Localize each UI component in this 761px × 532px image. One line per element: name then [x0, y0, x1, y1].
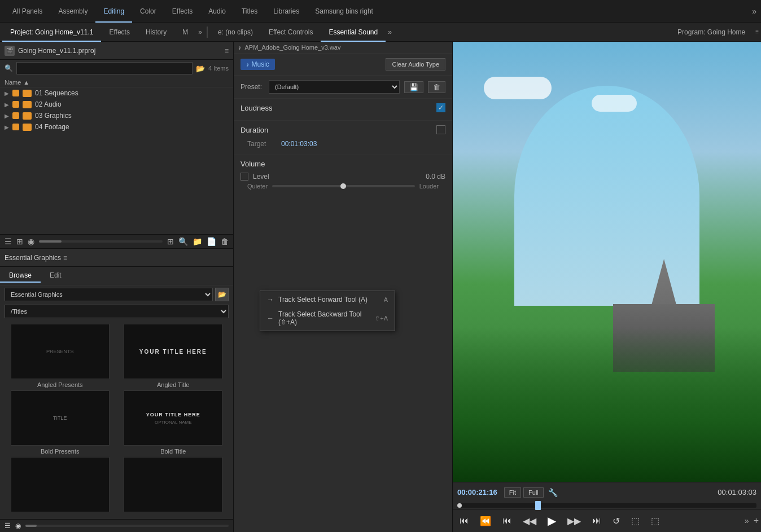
- step-back-frame-button[interactable]: ◀◀: [518, 513, 541, 529]
- nav-titles[interactable]: Titles: [234, 0, 265, 23]
- preset-delete-button[interactable]: 🗑: [428, 81, 445, 93]
- tab-project[interactable]: Project: Going Home_v11.1: [2, 23, 101, 42]
- eg-thumb-6: [124, 457, 222, 512]
- fit-dropdown-button[interactable]: Fit: [504, 487, 521, 498]
- play-button[interactable]: ▶: [543, 512, 561, 530]
- playback-more-button[interactable]: »: [745, 516, 749, 525]
- nav-color[interactable]: Color: [132, 0, 164, 23]
- list-item[interactable]: ▶ 02 Audio: [0, 99, 233, 110]
- sort-arrow-icon[interactable]: ▲: [23, 79, 29, 86]
- new-bin-icon[interactable]: 📂: [196, 64, 205, 73]
- name-column-header: Name: [5, 79, 21, 86]
- program-monitor-panel: 00:00:21:16 Fit Full 🔧 00:01:03:03 ⏮ ⏪ ⏮…: [453, 42, 761, 532]
- search-button[interactable]: 🔍: [178, 237, 188, 246]
- tab-history[interactable]: History: [138, 23, 174, 42]
- list-view-button[interactable]: ☰: [5, 237, 12, 246]
- clear-audio-type-button[interactable]: Clear Audio Type: [386, 58, 445, 71]
- nav-assembly[interactable]: Assembly: [50, 0, 95, 23]
- search-input[interactable]: [16, 62, 193, 74]
- add-button[interactable]: +: [754, 516, 759, 526]
- preset-dropdown[interactable]: (Default): [269, 80, 400, 94]
- nav-effects[interactable]: Effects: [164, 0, 200, 23]
- eg-source-dropdown[interactable]: Essential Graphics: [5, 288, 213, 301]
- list-item[interactable]: ▶ 04 Footage: [0, 121, 233, 133]
- essential-graphics-panel: Essential Graphics ≡ Browse Edit Essenti…: [0, 249, 233, 532]
- tab-effects[interactable]: Effects: [101, 23, 137, 42]
- preset-save-button[interactable]: 💾: [404, 81, 423, 93]
- es-level-checkbox[interactable]: [240, 173, 248, 181]
- panel-tabs-more-left[interactable]: »: [198, 28, 202, 36]
- eg-tab-edit[interactable]: Edit: [41, 269, 71, 283]
- filter-button[interactable]: ⊞: [167, 237, 174, 246]
- es-volume-slider[interactable]: [272, 185, 415, 187]
- program-monitor-menu-icon[interactable]: ≡: [755, 29, 759, 35]
- zoom-slider[interactable]: [39, 240, 163, 243]
- eg-item-6[interactable]: [118, 457, 229, 515]
- overwrite-button[interactable]: ⬚: [646, 513, 664, 529]
- eg-item-bold-presents[interactable]: TITLE Bold Presents: [5, 390, 116, 455]
- eg-item-bold-title[interactable]: YOUR TITLE HERE OPTIONAL NAME Bold Title: [118, 390, 229, 455]
- expand-arrow-icon[interactable]: ▶: [5, 124, 10, 130]
- go-to-in-button[interactable]: ⏮: [498, 513, 516, 528]
- es-level-value: 0.0 dB: [426, 173, 445, 181]
- expand-arrow-icon[interactable]: ▶: [5, 102, 10, 108]
- settings-icon[interactable]: 🔧: [548, 488, 558, 497]
- es-volume-title: Volume: [240, 160, 445, 168]
- eg-path-dropdown[interactable]: /Titles: [5, 305, 229, 318]
- go-to-out-button[interactable]: ⏭: [588, 513, 606, 528]
- step-back-button[interactable]: ⏮: [455, 513, 473, 528]
- project-panel-header: 🎬 Going Home_v11.1.prproj ≡: [0, 42, 233, 60]
- program-video-display: [453, 42, 761, 482]
- tab-effect-controls[interactable]: Effect Controls: [261, 23, 321, 42]
- eg-tab-browse[interactable]: Browse: [0, 269, 41, 283]
- nav-more-button[interactable]: »: [752, 7, 756, 16]
- tab-program-monitor[interactable]: Program: Going Home: [670, 23, 753, 42]
- quality-dropdown-button[interactable]: Full: [523, 487, 544, 498]
- eg-item-angled-title[interactable]: YOUR TITLE HERE Angled Title: [118, 324, 229, 388]
- track-select-forward-item[interactable]: → Track Select Forward Tool (A) A: [260, 292, 395, 307]
- folder-icon: [23, 90, 32, 97]
- nav-all-panels[interactable]: All Panels: [5, 0, 50, 23]
- project-title: Going Home_v11.1.prproj: [18, 47, 95, 55]
- step-forward-frame-button[interactable]: ▶▶: [563, 513, 585, 529]
- eg-zoom-slider[interactable]: ◉: [15, 522, 21, 530]
- expand-arrow-icon[interactable]: ▶: [5, 113, 10, 119]
- eg-item-angled-presents[interactable]: PRESENTS Angled Presents: [5, 324, 116, 388]
- file-list-header: Name ▲: [0, 78, 233, 87]
- preset-label: Preset:: [240, 83, 262, 91]
- freeform-view-button[interactable]: ◉: [28, 237, 34, 246]
- tab-markers[interactable]: M: [174, 23, 196, 42]
- project-panel-menu[interactable]: ≡: [225, 47, 229, 55]
- tab-no-clips[interactable]: e: (no clips): [210, 23, 261, 42]
- shuttle-back-button[interactable]: ⏪: [475, 513, 496, 529]
- new-item-button[interactable]: 📄: [207, 237, 216, 246]
- search-icon[interactable]: 🔍: [5, 64, 13, 72]
- eg-browse-button[interactable]: 📂: [215, 288, 229, 301]
- nav-audio[interactable]: Audio: [200, 0, 234, 23]
- track-select-backward-item[interactable]: ← Track Select Backward Tool (⇧+A) ⇧+A: [260, 307, 395, 329]
- program-timeline-bar: [453, 502, 761, 509]
- expand-arrow-icon[interactable]: ▶: [5, 90, 10, 96]
- es-duration-checkbox[interactable]: [436, 125, 445, 134]
- eg-item-5[interactable]: [5, 457, 116, 515]
- insert-button[interactable]: ⬚: [627, 513, 644, 529]
- project-panel-toolbar: ☰ ⊞ ◉ ⊞ 🔍 📁 📄 🗑: [0, 234, 233, 248]
- nav-editing[interactable]: Editing: [95, 0, 132, 23]
- nav-samsung[interactable]: Samsung bins right: [307, 0, 381, 23]
- essential-graphics-menu-icon[interactable]: ≡: [63, 254, 67, 262]
- delete-button[interactable]: 🗑: [221, 237, 229, 246]
- list-item[interactable]: ▶ 03 Graphics: [0, 110, 233, 121]
- es-loudness-checkbox[interactable]: ✓: [436, 103, 445, 112]
- folder-name: 02 Audio: [35, 100, 62, 108]
- es-volume-slider-thumb[interactable]: [340, 183, 346, 189]
- timeline-playhead[interactable]: [535, 501, 541, 510]
- new-bin-button[interactable]: 📁: [193, 237, 202, 246]
- loop-button[interactable]: ↺: [608, 513, 624, 529]
- panel-tabs-more-right[interactable]: »: [388, 28, 392, 36]
- icon-view-button[interactable]: ⊞: [16, 237, 23, 246]
- tab-essential-sound[interactable]: Essential Sound: [321, 23, 386, 42]
- eg-list-view-button[interactable]: ☰: [5, 522, 11, 530]
- program-timeline-track[interactable]: [457, 503, 756, 508]
- nav-libraries[interactable]: Libraries: [265, 0, 307, 23]
- list-item[interactable]: ▶ 01 Sequences: [0, 87, 233, 99]
